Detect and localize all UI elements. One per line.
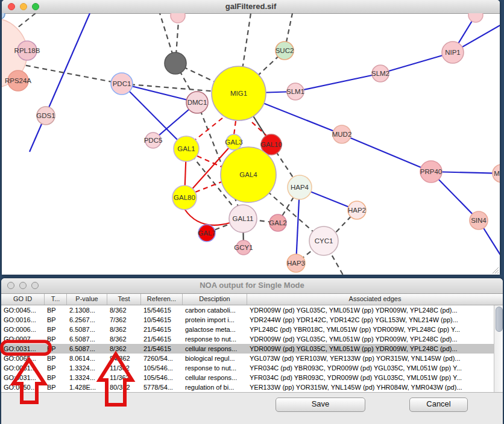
column-header-4[interactable]: Test <box>107 294 141 305</box>
node-label: CYC1 <box>315 237 333 245</box>
cell: 15/54615 <box>141 305 183 315</box>
cell: GO:0007... <box>1 334 45 344</box>
cell: BP <box>45 354 67 363</box>
edge-blue <box>342 134 431 172</box>
cell: 105/546... <box>141 363 183 373</box>
cell: 7/362 <box>107 315 141 325</box>
resize-grip-icon[interactable] <box>491 266 499 273</box>
cell: carbon cataboli... <box>183 305 247 315</box>
node-label: SUC2 <box>276 47 294 54</box>
cancel-button[interactable]: Cancel <box>409 398 468 412</box>
column-header-2[interactable]: T... <box>45 294 67 305</box>
noa-window: NOA output for Single Mode GO IDT...P-va… <box>1 278 503 424</box>
column-header-3[interactable]: P-value <box>67 294 107 305</box>
cell: 8/362 <box>107 325 141 334</box>
cell: 1.428E... <box>67 382 107 392</box>
cell: regulation of bi... <box>183 382 247 392</box>
cell: 80/362 <box>107 382 141 392</box>
node-label: GAL1 <box>177 145 195 152</box>
table-row[interactable]: GO:0016...BP6.2567...7/36210/54615protei… <box>1 315 503 325</box>
table-row[interactable]: GO:0045...BP2.1308...8/36215/54615carbon… <box>1 305 503 315</box>
column-header-6[interactable]: Desciption <box>183 294 247 305</box>
noa-titlebar[interactable]: NOA output for Single Mode <box>1 278 503 294</box>
edge-reddash <box>252 122 267 136</box>
cell: GO:0065... <box>1 354 45 363</box>
network-window: galFiltered.sif RPL18BRPS24AGDS1PDC1DMC1… <box>2 0 500 275</box>
node-label: DMC1 <box>187 99 207 106</box>
cell: 94/362 <box>107 354 141 363</box>
node-label: GCY1 <box>234 244 253 251</box>
cell: BP <box>45 363 67 373</box>
cell: YPL248C (pd) YBR018C, YML051W (pp) YDR00… <box>247 325 503 334</box>
cell: 21/54615 <box>141 334 183 344</box>
edge-reddash <box>192 118 222 142</box>
network-svg[interactable]: RPL18BRPS24AGDS1PDC1DMC1MIG1SUC2SLM1SLM2… <box>2 13 500 275</box>
cell: GO:0016... <box>1 315 45 325</box>
cell: 2.1308... <box>67 305 107 315</box>
cell: response to nut... <box>183 363 247 373</box>
cell: 11/362 <box>107 363 141 373</box>
node-label: RPS24A <box>5 77 31 84</box>
node-label: MIG1 <box>230 90 247 97</box>
column-header-5[interactable]: Referen... <box>141 294 183 305</box>
cell: YFR034C (pd) YBR093C, YDR009W (pd) YGL03… <box>247 373 503 382</box>
node-unlabeled[interactable] <box>165 52 186 74</box>
cell: YDR009W (pd) YGL035C, YML051W (pp) YDR00… <box>247 305 503 315</box>
node-label: MSN <box>494 170 500 177</box>
cell: GO:0031... <box>1 363 45 373</box>
cell: YDR009W (pd) YGL035C, YML051W (pp) YDR00… <box>247 334 503 344</box>
scrollbar-thumb[interactable] <box>496 307 503 332</box>
node-unlabeled[interactable] <box>2 13 5 19</box>
column-header-7[interactable]: Associated edges <box>247 294 503 305</box>
cell: YFR034C (pd) YBR093C, YDR009W (pd) YGL03… <box>247 363 503 373</box>
table-row[interactable]: GO:0065...BP8.0614...94/3627260/54...bio… <box>1 354 503 363</box>
table-row[interactable]: GO:0031...BP1.3324...11/362105/546...cel… <box>1 373 503 382</box>
node-label: GDS1 <box>36 112 55 119</box>
table-row-selected[interactable]: GO:0031...BP6.5087...8/36221/54615cellul… <box>1 344 503 354</box>
save-button[interactable]: Save <box>276 398 365 412</box>
cell: 6.2567... <box>67 315 107 325</box>
cell: BP <box>45 344 67 354</box>
cell: 21/54615 <box>141 344 183 354</box>
noa-footer: Save Cancel <box>1 392 503 424</box>
cell: biological regul... <box>183 354 247 363</box>
window-title: galFiltered.sif <box>2 2 500 11</box>
edge-reddash <box>195 181 223 192</box>
cell: 21/54615 <box>141 325 183 334</box>
table-body: GO:0045...BP2.1308...8/36215/54615carbon… <box>1 305 503 392</box>
node-label: MUD2 <box>332 131 352 138</box>
cell: BP <box>45 373 67 382</box>
cell: 6.5087... <box>67 325 107 334</box>
cell: GO:0031... <box>1 344 45 354</box>
network-titlebar[interactable]: galFiltered.sif <box>2 0 500 14</box>
table-row[interactable]: GO:0007...BP6.5087...8/36221/54615respon… <box>1 334 503 344</box>
cell: 11/362 <box>107 373 141 382</box>
edge-blue <box>30 13 90 152</box>
node-label: HAP2 <box>348 207 366 214</box>
cell: GO:0045... <box>1 305 45 315</box>
cell: GO:0031... <box>1 373 45 382</box>
cell: cellular respons... <box>183 373 247 382</box>
column-header-1[interactable]: GO ID <box>1 294 45 305</box>
vertical-scrollbar[interactable] <box>494 305 503 392</box>
cell: 6.5087... <box>67 334 107 344</box>
noa-window-title: NOA output for Single Mode <box>1 281 503 290</box>
cell: GO:0050... <box>1 382 45 392</box>
node-label: GAL10 <box>260 141 282 148</box>
node-label: SIN4 <box>471 217 487 224</box>
cell: YGL073W (pd) YER103W, YER133W (pp) YOR31… <box>247 354 503 363</box>
cell: galactose meta... <box>183 325 247 334</box>
node-label: HAP3 <box>287 260 305 267</box>
table-row[interactable]: GO:0050...BP1.428E...80/3625778/54...reg… <box>1 382 503 392</box>
table-row[interactable]: GO:0006...BP6.5087...8/36221/54615galact… <box>1 325 503 334</box>
cell: 7260/54... <box>141 354 183 363</box>
table-row[interactable]: GO:0031...BP1.3324...11/362105/546...res… <box>1 363 503 373</box>
node-label: NIP1 <box>445 49 461 56</box>
node-label: GAL80 <box>174 194 195 201</box>
node-unlabeled[interactable] <box>468 13 483 22</box>
cell: YDR244W (pp) YDR142C, YDR142C (pp) YGL15… <box>247 315 503 325</box>
node-unlabeled[interactable] <box>171 13 185 23</box>
cell: 8/362 <box>107 305 141 315</box>
node-label: SLM2 <box>371 70 389 77</box>
cell: 8/362 <box>107 334 141 344</box>
